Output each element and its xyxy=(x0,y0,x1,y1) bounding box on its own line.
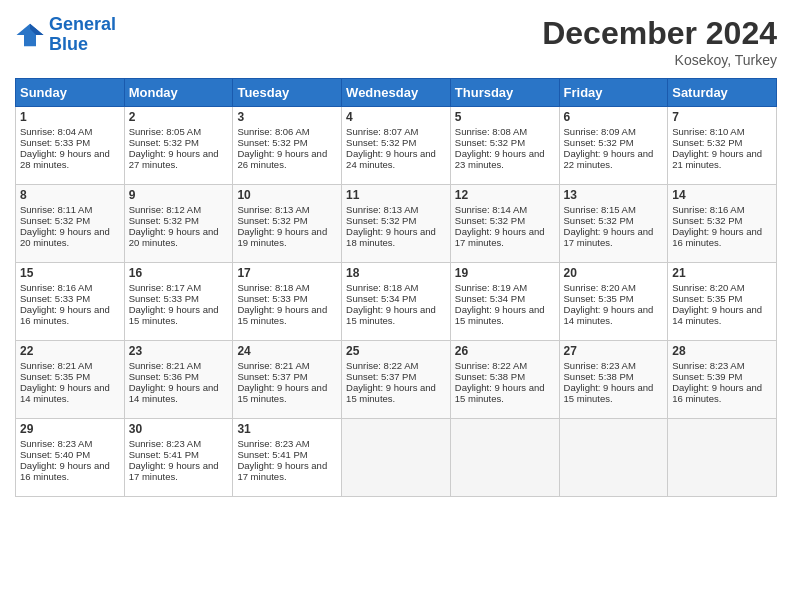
sunrise-label: Sunrise: 8:22 AM xyxy=(346,360,418,371)
daylight-label: Daylight: 9 hours and 15 minutes. xyxy=(237,304,327,326)
table-row: 13 Sunrise: 8:15 AM Sunset: 5:32 PM Dayl… xyxy=(559,185,668,263)
day-number: 18 xyxy=(346,266,446,280)
daylight-label: Daylight: 9 hours and 14 minutes. xyxy=(564,304,654,326)
table-row: 6 Sunrise: 8:09 AM Sunset: 5:32 PM Dayli… xyxy=(559,107,668,185)
table-row: 23 Sunrise: 8:21 AM Sunset: 5:36 PM Dayl… xyxy=(124,341,233,419)
sunrise-label: Sunrise: 8:20 AM xyxy=(564,282,636,293)
day-number: 4 xyxy=(346,110,446,124)
table-row: 24 Sunrise: 8:21 AM Sunset: 5:37 PM Dayl… xyxy=(233,341,342,419)
sunset-label: Sunset: 5:34 PM xyxy=(346,293,416,304)
table-row: 21 Sunrise: 8:20 AM Sunset: 5:35 PM Dayl… xyxy=(668,263,777,341)
daylight-label: Daylight: 9 hours and 16 minutes. xyxy=(20,460,110,482)
daylight-label: Daylight: 9 hours and 28 minutes. xyxy=(20,148,110,170)
header: General Blue December 2024 Kosekoy, Turk… xyxy=(15,15,777,68)
sunrise-label: Sunrise: 8:23 AM xyxy=(564,360,636,371)
sunrise-label: Sunrise: 8:22 AM xyxy=(455,360,527,371)
sunset-label: Sunset: 5:33 PM xyxy=(20,293,90,304)
sunrise-label: Sunrise: 8:21 AM xyxy=(20,360,92,371)
page-container: General Blue December 2024 Kosekoy, Turk… xyxy=(0,0,792,507)
sunset-label: Sunset: 5:34 PM xyxy=(455,293,525,304)
calendar-row: 8 Sunrise: 8:11 AM Sunset: 5:32 PM Dayli… xyxy=(16,185,777,263)
day-number: 6 xyxy=(564,110,664,124)
daylight-label: Daylight: 9 hours and 20 minutes. xyxy=(20,226,110,248)
col-wednesday: Wednesday xyxy=(342,79,451,107)
table-row: 20 Sunrise: 8:20 AM Sunset: 5:35 PM Dayl… xyxy=(559,263,668,341)
sunrise-label: Sunrise: 8:23 AM xyxy=(672,360,744,371)
table-row: 22 Sunrise: 8:21 AM Sunset: 5:35 PM Dayl… xyxy=(16,341,125,419)
table-row: 17 Sunrise: 8:18 AM Sunset: 5:33 PM Dayl… xyxy=(233,263,342,341)
table-row xyxy=(559,419,668,497)
daylight-label: Daylight: 9 hours and 17 minutes. xyxy=(564,226,654,248)
table-row: 8 Sunrise: 8:11 AM Sunset: 5:32 PM Dayli… xyxy=(16,185,125,263)
day-number: 2 xyxy=(129,110,229,124)
sunset-label: Sunset: 5:32 PM xyxy=(564,137,634,148)
day-number: 30 xyxy=(129,422,229,436)
table-row: 31 Sunrise: 8:23 AM Sunset: 5:41 PM Dayl… xyxy=(233,419,342,497)
daylight-label: Daylight: 9 hours and 16 minutes. xyxy=(20,304,110,326)
location: Kosekoy, Turkey xyxy=(542,52,777,68)
sunrise-label: Sunrise: 8:20 AM xyxy=(672,282,744,293)
sunset-label: Sunset: 5:32 PM xyxy=(672,137,742,148)
table-row: 19 Sunrise: 8:19 AM Sunset: 5:34 PM Dayl… xyxy=(450,263,559,341)
sunrise-label: Sunrise: 8:18 AM xyxy=(346,282,418,293)
calendar-row: 29 Sunrise: 8:23 AM Sunset: 5:40 PM Dayl… xyxy=(16,419,777,497)
col-tuesday: Tuesday xyxy=(233,79,342,107)
sunset-label: Sunset: 5:32 PM xyxy=(237,215,307,226)
sunset-label: Sunset: 5:32 PM xyxy=(237,137,307,148)
day-number: 17 xyxy=(237,266,337,280)
sunrise-label: Sunrise: 8:12 AM xyxy=(129,204,201,215)
daylight-label: Daylight: 9 hours and 15 minutes. xyxy=(237,382,327,404)
sunrise-label: Sunrise: 8:15 AM xyxy=(564,204,636,215)
table-row: 26 Sunrise: 8:22 AM Sunset: 5:38 PM Dayl… xyxy=(450,341,559,419)
table-row: 28 Sunrise: 8:23 AM Sunset: 5:39 PM Dayl… xyxy=(668,341,777,419)
table-row: 11 Sunrise: 8:13 AM Sunset: 5:32 PM Dayl… xyxy=(342,185,451,263)
daylight-label: Daylight: 9 hours and 15 minutes. xyxy=(455,304,545,326)
calendar-row: 15 Sunrise: 8:16 AM Sunset: 5:33 PM Dayl… xyxy=(16,263,777,341)
day-number: 15 xyxy=(20,266,120,280)
daylight-label: Daylight: 9 hours and 14 minutes. xyxy=(129,382,219,404)
sunset-label: Sunset: 5:39 PM xyxy=(672,371,742,382)
sunset-label: Sunset: 5:36 PM xyxy=(129,371,199,382)
sunset-label: Sunset: 5:38 PM xyxy=(564,371,634,382)
sunrise-label: Sunrise: 8:17 AM xyxy=(129,282,201,293)
daylight-label: Daylight: 9 hours and 18 minutes. xyxy=(346,226,436,248)
sunrise-label: Sunrise: 8:06 AM xyxy=(237,126,309,137)
sunset-label: Sunset: 5:35 PM xyxy=(564,293,634,304)
sunrise-label: Sunrise: 8:13 AM xyxy=(237,204,309,215)
daylight-label: Daylight: 9 hours and 17 minutes. xyxy=(129,460,219,482)
col-friday: Friday xyxy=(559,79,668,107)
sunrise-label: Sunrise: 8:07 AM xyxy=(346,126,418,137)
sunset-label: Sunset: 5:37 PM xyxy=(346,371,416,382)
sunset-label: Sunset: 5:32 PM xyxy=(455,215,525,226)
sunrise-label: Sunrise: 8:04 AM xyxy=(20,126,92,137)
day-number: 22 xyxy=(20,344,120,358)
sunset-label: Sunset: 5:33 PM xyxy=(129,293,199,304)
day-number: 25 xyxy=(346,344,446,358)
sunrise-label: Sunrise: 8:16 AM xyxy=(672,204,744,215)
sunset-label: Sunset: 5:32 PM xyxy=(564,215,634,226)
logo-line1: General xyxy=(49,14,116,34)
logo-icon xyxy=(15,20,45,50)
daylight-label: Daylight: 9 hours and 23 minutes. xyxy=(455,148,545,170)
table-row: 9 Sunrise: 8:12 AM Sunset: 5:32 PM Dayli… xyxy=(124,185,233,263)
sunrise-label: Sunrise: 8:16 AM xyxy=(20,282,92,293)
day-number: 12 xyxy=(455,188,555,202)
table-row: 15 Sunrise: 8:16 AM Sunset: 5:33 PM Dayl… xyxy=(16,263,125,341)
daylight-label: Daylight: 9 hours and 14 minutes. xyxy=(672,304,762,326)
day-number: 14 xyxy=(672,188,772,202)
sunrise-label: Sunrise: 8:18 AM xyxy=(237,282,309,293)
sunrise-label: Sunrise: 8:09 AM xyxy=(564,126,636,137)
sunrise-label: Sunrise: 8:14 AM xyxy=(455,204,527,215)
day-number: 21 xyxy=(672,266,772,280)
table-row: 14 Sunrise: 8:16 AM Sunset: 5:32 PM Dayl… xyxy=(668,185,777,263)
daylight-label: Daylight: 9 hours and 22 minutes. xyxy=(564,148,654,170)
table-row: 5 Sunrise: 8:08 AM Sunset: 5:32 PM Dayli… xyxy=(450,107,559,185)
sunset-label: Sunset: 5:35 PM xyxy=(20,371,90,382)
day-number: 20 xyxy=(564,266,664,280)
sunrise-label: Sunrise: 8:05 AM xyxy=(129,126,201,137)
day-number: 27 xyxy=(564,344,664,358)
sunset-label: Sunset: 5:37 PM xyxy=(237,371,307,382)
sunrise-label: Sunrise: 8:21 AM xyxy=(129,360,201,371)
table-row xyxy=(342,419,451,497)
sunrise-label: Sunrise: 8:23 AM xyxy=(20,438,92,449)
